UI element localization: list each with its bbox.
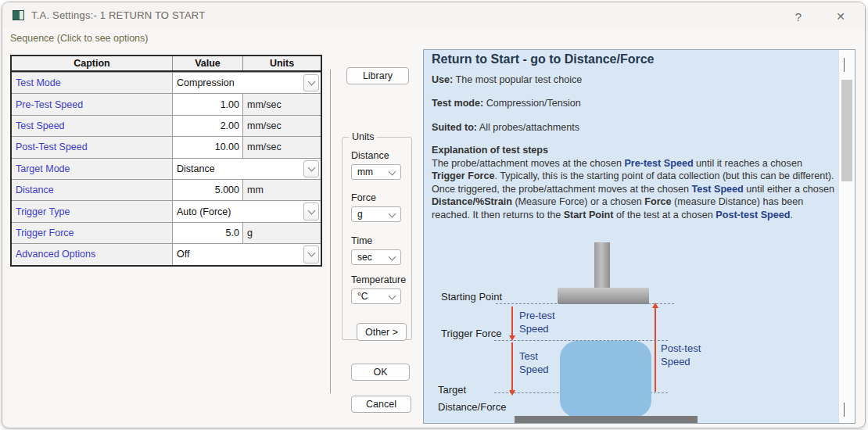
chevron-down-icon <box>389 210 396 218</box>
scroll-down-button[interactable] <box>844 403 845 417</box>
dropdown-button[interactable] <box>303 160 319 177</box>
dropdown-button[interactable] <box>303 74 319 91</box>
row-caption: Advanced Options <box>12 244 173 264</box>
pre-test-arrow-down-icon <box>511 306 513 336</box>
post-test-speed-label: Post-test Speed <box>661 342 701 368</box>
scrollbar-thumb[interactable] <box>841 80 852 181</box>
units-cell: mm/sec <box>243 137 321 157</box>
row-caption: Test Mode <box>12 73 173 93</box>
chevron-down-icon <box>389 168 396 176</box>
units-cell: g <box>243 223 321 243</box>
target-mode-dropdown[interactable]: Distance <box>173 159 321 179</box>
help-button[interactable]: ? <box>787 8 810 25</box>
ok-button[interactable]: OK <box>351 364 410 381</box>
value-cell[interactable]: 10.00 <box>173 137 243 157</box>
trigger-type-dropdown[interactable]: Auto (Force) <box>173 201 321 221</box>
header-value: Value <box>173 56 243 70</box>
row-caption: Trigger Type <box>12 201 173 221</box>
vertical-splitter[interactable] <box>330 70 332 393</box>
time-unit-select[interactable]: sec <box>351 249 401 265</box>
time-unit-field: Time sec <box>351 235 401 265</box>
row-caption: Trigger Force <box>12 223 173 243</box>
force-unit-field: Force g <box>351 192 401 222</box>
distance-unit-select[interactable]: mm <box>351 164 401 180</box>
chevron-down-icon <box>307 163 315 171</box>
help-scrollbar[interactable] <box>838 50 855 423</box>
test-mode-dropdown[interactable]: Compression <box>173 73 321 93</box>
dropdown-value: Auto (Force) <box>177 206 231 217</box>
starting-point-label: Starting Point <box>441 291 502 303</box>
dropdown-button[interactable] <box>303 202 319 220</box>
units-cell: mm/sec <box>243 116 321 136</box>
value-cell[interactable]: 1.00 <box>173 94 243 114</box>
row-caption: Post-Test Speed <box>12 137 173 157</box>
chevron-down-icon <box>389 253 396 261</box>
scroll-up-button[interactable] <box>844 58 845 72</box>
target-label: Target Distance/Force <box>438 382 506 416</box>
chevron-up-icon <box>844 58 845 72</box>
temperature-unit-select[interactable]: °C <box>351 288 401 304</box>
table-row-trigger-type: Trigger Type Auto (Force) <box>12 200 321 221</box>
screenshot-canvas: T.A. Settings:- 1 RETURN TO START ? ✕ Se… <box>0 0 868 430</box>
dialog-window: T.A. Settings:- 1 RETURN TO START ? ✕ Se… <box>2 2 866 428</box>
table-row-pre-test-speed: Pre-Test Speed 1.00 mm/sec <box>12 93 321 114</box>
sequence-label[interactable]: Sequence (Click to see options) <box>10 33 148 44</box>
library-button[interactable]: Library <box>346 67 409 84</box>
temperature-unit-label: Temperature <box>351 274 406 285</box>
table-row-post-test-speed: Post-Test Speed 10.00 mm/sec <box>12 136 321 157</box>
help-suited-line: Suited to: All probes/attachments <box>432 122 579 133</box>
dropdown-value: Off <box>177 249 189 260</box>
help-title: Return to Start - go to Distance/Force <box>432 52 654 66</box>
units-legend: Units <box>349 131 377 142</box>
row-caption: Test Speed <box>12 116 173 136</box>
other-units-button[interactable]: Other > <box>357 323 407 341</box>
table-row-distance: Distance 5.000 mm <box>12 179 321 200</box>
temperature-unit-field: Temperature °C <box>351 274 406 304</box>
force-unit-select[interactable]: g <box>351 206 401 222</box>
table-row-test-mode: Test Mode Compression <box>12 72 321 93</box>
table-row-target-mode: Target Mode Distance <box>12 158 321 179</box>
chevron-down-icon <box>844 403 845 417</box>
pre-test-speed-label: Pre-test Speed <box>519 309 555 335</box>
probe-plate <box>558 288 649 304</box>
distance-unit-field: Distance mm <box>351 150 401 180</box>
cancel-button[interactable]: Cancel <box>351 396 411 413</box>
title-bar: T.A. Settings:- 1 RETURN TO START <box>2 2 865 28</box>
dropdown-value: Compression <box>177 77 235 88</box>
dropdown-value: Distance <box>177 163 215 174</box>
table-row-test-speed: Test Speed 2.00 mm/sec <box>12 115 321 136</box>
base-platform <box>515 416 698 423</box>
row-caption: Target Mode <box>12 159 173 179</box>
chevron-down-icon <box>307 78 315 86</box>
test-speed-label: Test Speed <box>519 349 549 376</box>
advanced-options-dropdown[interactable]: Off <box>173 244 321 264</box>
table-header-row: Caption Value Units <box>12 56 321 72</box>
selected-value: sec <box>357 252 372 263</box>
probe-shaft <box>594 242 610 291</box>
selected-value: mm <box>357 167 373 177</box>
chevron-down-icon <box>307 206 315 214</box>
row-caption: Pre-Test Speed <box>12 94 173 114</box>
explanation-heading: Explanation of test steps <box>432 145 548 156</box>
time-unit-label: Time <box>351 235 401 246</box>
sample-shape <box>560 341 651 417</box>
value-cell[interactable]: 2.00 <box>173 116 243 136</box>
table-row-trigger-force: Trigger Force 5.0 g <box>12 222 321 243</box>
close-button[interactable]: ✕ <box>829 8 852 25</box>
selected-value: g <box>357 209 363 220</box>
starting-point-dashed-line <box>496 303 674 304</box>
value-cell[interactable]: 5.0 <box>173 223 243 243</box>
app-icon <box>13 10 24 20</box>
help-use-line: Use: The most popular test choice <box>432 74 582 85</box>
dropdown-button[interactable] <box>303 245 319 263</box>
header-units: Units <box>243 56 321 70</box>
value-cell[interactable]: 5.000 <box>173 180 243 200</box>
force-unit-label: Force <box>351 192 401 203</box>
units-cell: mm <box>243 180 321 200</box>
header-caption: Caption <box>12 56 173 70</box>
chevron-down-icon <box>307 249 315 257</box>
table-row-advanced-options: Advanced Options Off <box>12 243 321 264</box>
chevron-down-icon <box>389 292 396 300</box>
help-panel: Return to Start - go to Distance/Force U… <box>423 49 855 424</box>
distance-unit-label: Distance <box>351 150 401 161</box>
